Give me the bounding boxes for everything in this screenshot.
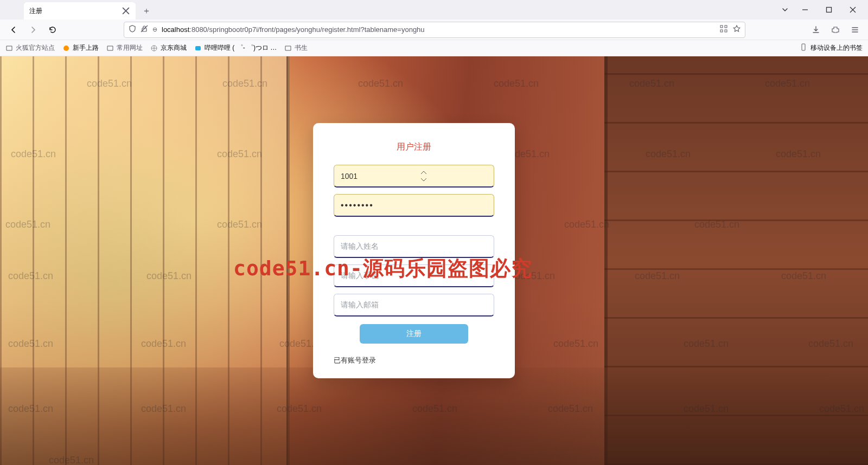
mobile-bookmarks-label[interactable]: 移动设备上的书签 [810, 43, 863, 53]
svg-rect-6 [725, 30, 727, 32]
permissions-icon: ⊖ [152, 26, 157, 33]
qr-icon[interactable] [720, 25, 727, 34]
nav-reload-button[interactable] [44, 22, 61, 38]
url-path: :8080/springbootr0p7i/front/pages/yonghu… [189, 25, 424, 34]
close-tab-icon[interactable] [122, 7, 130, 15]
password-input[interactable]: •••••••• [334, 194, 494, 217]
name-placeholder: 请输入姓名 [341, 242, 379, 251]
card-title: 用户注册 [334, 141, 494, 153]
svg-rect-0 [827, 8, 832, 12]
bookmark-item[interactable]: 新手上路 [62, 43, 99, 53]
app-menu-icon[interactable] [847, 22, 863, 37]
svg-rect-4 [725, 25, 727, 28]
bookmark-item[interactable]: 书生 [284, 43, 308, 53]
register-card: 用户注册 1001 •••••••• 请输入姓名 请输入手机 [313, 123, 515, 378]
page-viewport: code51.cn code51.cn code51.cn code51.cn … [0, 56, 868, 465]
lock-icon [141, 25, 148, 34]
svg-rect-10 [802, 44, 805, 50]
toolbar-end [808, 22, 863, 37]
svg-rect-5 [720, 30, 723, 32]
login-link[interactable]: 已有账号登录 [334, 356, 494, 365]
browser-titlebar: 注册 ＋ [0, 0, 868, 20]
bookmark-item[interactable]: 常用网址 [106, 43, 143, 53]
svg-rect-3 [720, 25, 723, 28]
username-input[interactable]: 1001 [334, 165, 494, 188]
bookmark-item[interactable]: 哔哩哔哩 ( ゜- ゜)つロ … [194, 43, 277, 53]
downloads-icon[interactable] [808, 22, 824, 37]
bookmark-star-icon[interactable] [733, 25, 741, 34]
shield-icon [129, 25, 136, 34]
name-input[interactable]: 请输入姓名 [334, 235, 494, 258]
nav-back-button[interactable] [5, 22, 22, 38]
register-button[interactable]: 注册 [360, 324, 468, 344]
bookmarks-bar: 火狐官方站点 新手上路 常用网址 京东商城 哔哩哔哩 ( ゜- ゜)つロ … 书… [0, 40, 868, 56]
phone-input[interactable]: 请输入手机 [334, 264, 494, 287]
window-controls [777, 0, 865, 20]
password-value-masked: •••••••• [341, 201, 374, 210]
number-stepper-icon[interactable] [420, 170, 427, 182]
username-value: 1001 [341, 172, 358, 180]
extensions-icon[interactable] [828, 22, 843, 37]
nav-forward-button[interactable] [25, 22, 41, 38]
window-maximize-icon[interactable] [817, 2, 841, 17]
email-input[interactable]: 请输入邮箱 [334, 294, 494, 317]
new-tab-button[interactable]: ＋ [139, 3, 154, 18]
url-host: localhost [162, 25, 189, 34]
window-close-icon[interactable] [841, 2, 865, 17]
url-input[interactable]: ⊖ localhost:8080/springbootr0p7i/front/p… [124, 22, 745, 38]
phone-placeholder: 请输入手机 [341, 271, 379, 281]
background-floor [0, 367, 868, 465]
url-text: localhost:8080/springbootr0p7i/front/pag… [162, 25, 425, 34]
bookmark-item[interactable]: 京东商城 [150, 43, 187, 53]
email-placeholder: 请输入邮箱 [341, 300, 379, 310]
tab-title: 注册 [29, 7, 42, 16]
bookmark-item[interactable]: 火狐官方站点 [5, 43, 55, 53]
address-bar: ⊖ localhost:8080/springbootr0p7i/front/p… [0, 20, 868, 40]
mobile-bookmarks-icon[interactable] [800, 43, 807, 53]
window-minimize-icon[interactable] [793, 2, 817, 17]
browser-tab[interactable]: 注册 [24, 2, 136, 20]
svg-point-7 [63, 46, 69, 51]
svg-rect-9 [195, 46, 201, 50]
tab-overflow-chevron-icon[interactable] [777, 2, 793, 17]
